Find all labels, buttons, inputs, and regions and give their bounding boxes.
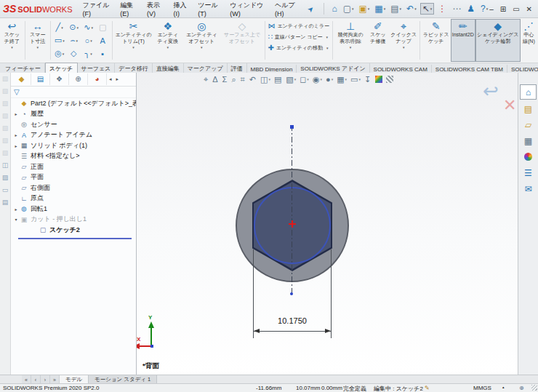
view-cube-icon[interactable]: ▧: [2, 76, 9, 82]
mirror-entities-button[interactable]: ⋈ エンティティのミラー: [268, 22, 329, 30]
sketch-fillet-icon[interactable]: ╮ ▾: [81, 47, 96, 60]
resize-grip[interactable]: [531, 385, 537, 391]
login-icon[interactable]: ♟: [465, 4, 477, 14]
menu-item[interactable]: 表示(V): [142, 1, 169, 17]
centerline-bottom-endpoint[interactable]: [290, 292, 293, 295]
view-palette-icon[interactable]: ▦: [521, 134, 536, 148]
centerline-button[interactable]: ⋰ 中心線(N): [521, 19, 537, 62]
select-cursor-icon[interactable]: ↖ ▾: [420, 3, 435, 15]
display-delete-relations-button[interactable]: ⊥ 幾何拘束の表示/削除 ▾: [334, 19, 367, 62]
menu-item[interactable]: 挿入(I): [169, 1, 194, 17]
tree-item[interactable]: ▱ 平面: [11, 172, 136, 183]
new-document-icon[interactable]: ▢ ▾: [342, 4, 356, 14]
view-cube-icon[interactable]: ▧: [2, 150, 9, 156]
edit-appearance-icon[interactable]: ● ▾: [326, 75, 333, 84]
units-caret-icon[interactable]: ▴: [502, 385, 505, 389]
panel-tab-right-arrow[interactable]: ▸: [114, 76, 121, 82]
menu-item[interactable]: ヘルプ(H): [270, 1, 303, 17]
displaymanager-tab-icon[interactable]: ◕: [88, 73, 107, 85]
tree-item[interactable]: ▢ スケッチ2: [11, 225, 136, 236]
appearance-swatch-icon[interactable]: [375, 76, 382, 83]
sketch-picture-icon[interactable]: ▢: [96, 21, 111, 34]
tree-item[interactable]: ▸ A アノテート アイテム: [11, 130, 136, 141]
stacked-views-icon[interactable]: ▤: [2, 199, 9, 206]
menu-item[interactable]: 編集(E): [116, 1, 142, 17]
tree-item[interactable]: ◎ センサー: [11, 119, 136, 130]
file-explorer-icon[interactable]: ▱: [521, 118, 536, 132]
move-entities-button[interactable]: ✚ エンティティの移動 ▾: [268, 44, 329, 52]
tree-item[interactable]: ▱ 正面: [11, 161, 136, 172]
design-library-icon[interactable]: ▤: [521, 102, 536, 116]
point-tool-icon[interactable]: ▪: [96, 47, 111, 60]
home-tab-icon[interactable]: ⌂: [520, 84, 537, 100]
options-icon[interactable]: ⋯: [451, 4, 463, 14]
expand-arrow-icon[interactable]: ▾: [12, 217, 20, 222]
repair-sketch-button[interactable]: ✐ スケッチ修復: [366, 19, 389, 62]
rollback-bar[interactable]: [18, 238, 132, 239]
rebuild-traffic-light-icon[interactable]: ⋮: [436, 4, 449, 14]
expand-arrow-icon[interactable]: ▸: [12, 207, 20, 212]
confirmation-corner-exit-sketch-button[interactable]: ↩: [483, 80, 499, 103]
measure-icon[interactable]: ⌖: [204, 75, 209, 84]
slot-tool-icon[interactable]: ◎ ▾: [52, 47, 67, 60]
tree-filter[interactable]: ▽: [11, 87, 136, 98]
home-icon[interactable]: ⌂: [330, 4, 339, 14]
shaded-sketch-contours-button[interactable]: ◆ シェイディングスケッチ輪郭: [475, 19, 521, 62]
forum-icon[interactable]: ✉: [521, 182, 536, 196]
apply-scene-icon[interactable]: ▦ ▾: [337, 75, 347, 84]
tree-item[interactable]: ▾ ▣ カット - 押し出し1: [11, 215, 136, 225]
offset-entities-button[interactable]: ◎ エンティティオフセット ▾: [182, 19, 221, 62]
smart-dimension-button[interactable]: ↔ スマート寸法 ▾: [26, 19, 49, 62]
expand-arrow-icon[interactable]: ▸: [12, 132, 20, 137]
zoom-fit-icon[interactable]: ⌕: [231, 75, 236, 84]
tree-item[interactable]: ▸ ▦ ソリッド ボディ(1): [11, 140, 136, 151]
record-video-icon[interactable]: ▭: [2, 187, 9, 193]
linear-pattern-button[interactable]: ∷ 直線パターン コピー ▾: [268, 33, 329, 41]
tree-item[interactable]: ▸ ◍ 回転1: [11, 204, 136, 215]
open-icon[interactable]: ▣ ▾: [358, 4, 372, 14]
tree-item[interactable]: ☰ 材料 <指定なし>: [11, 151, 136, 162]
markup-tool-icon[interactable]: ▨: [2, 175, 9, 181]
dimension-value[interactable]: 10.1750: [263, 316, 321, 325]
menu-item[interactable]: ツール(T): [193, 1, 225, 17]
expand-arrow-icon[interactable]: ▸: [12, 143, 20, 148]
view-cube-icon[interactable]: ▧: [2, 125, 9, 132]
tree-item[interactable]: ▸ ◔ 履歴: [11, 109, 136, 120]
panel-tab-left-arrow[interactable]: ◂: [107, 76, 114, 82]
centerline-top-endpoint[interactable]: [290, 125, 294, 129]
instant2d-button[interactable]: ✏ Instant2D: [451, 19, 475, 62]
spline-tool-icon[interactable]: ∿ ▾: [81, 21, 96, 34]
configurationmanager-tab-icon[interactable]: ❖: [50, 73, 69, 85]
previous-view-icon[interactable]: ↶: [249, 75, 257, 84]
text-tool-icon[interactable]: A: [96, 34, 111, 47]
confirmation-corner-cancel-button[interactable]: ✕: [503, 96, 516, 115]
rectangle-tool-icon[interactable]: ▭ ▾: [52, 34, 67, 47]
expand-arrow-icon[interactable]: ▸: [12, 111, 20, 116]
normal-to-icon[interactable]: ↧: [364, 75, 372, 84]
line-tool-icon[interactable]: ╱ ▾: [52, 21, 67, 34]
section-view-icon[interactable]: ◫ ▾: [260, 75, 270, 84]
tree-item[interactable]: ◆ Part2 (デフォルト<<デフォルト>_表示状態 1>: [11, 98, 136, 109]
convert-entities-button[interactable]: ❖ エンティティ変換 ▾: [153, 19, 182, 62]
custom-properties-icon[interactable]: ☰: [521, 166, 536, 180]
tree-item[interactable]: ∟ 原点: [11, 193, 136, 204]
save-icon[interactable]: ▦ ▾: [373, 4, 387, 14]
rapid-sketch-button[interactable]: ✎ ラピッドスケッチ: [422, 19, 451, 62]
print-icon[interactable]: ▤ ▾: [389, 4, 403, 14]
propertymanager-tab-icon[interactable]: ▤: [31, 73, 50, 85]
view-settings-icon[interactable]: ▭ ▾: [350, 75, 361, 84]
graphics-area[interactable]: ⌖ Δ Σ ⌕ ⌗ ↶: [137, 73, 518, 375]
quick-snaps-button[interactable]: ⌖ クイックスナップ ▾: [389, 19, 418, 62]
hide-show-items-icon[interactable]: ◉ ▾: [313, 75, 322, 84]
undo-icon[interactable]: ↶ ▾: [405, 4, 418, 14]
web-help-icon[interactable]: ⊕: [519, 385, 524, 391]
dimxpert-tab-icon[interactable]: ⊕: [69, 73, 88, 85]
units-selector[interactable]: MMGS: [473, 385, 491, 391]
construction-centerline[interactable]: [292, 125, 292, 295]
ellipse-tool-icon[interactable]: ○ ▾: [81, 34, 96, 47]
zoom-area-icon[interactable]: ⌗: [241, 75, 246, 84]
drawing-view-icon[interactable]: ▤: [274, 75, 282, 84]
trim-entities-button[interactable]: ✂ エンティティのトリム(T) ▾: [113, 19, 153, 62]
display-style-icon[interactable]: ◻ ▾: [300, 75, 309, 84]
view-cube-icon[interactable]: ▧: [2, 88, 9, 95]
